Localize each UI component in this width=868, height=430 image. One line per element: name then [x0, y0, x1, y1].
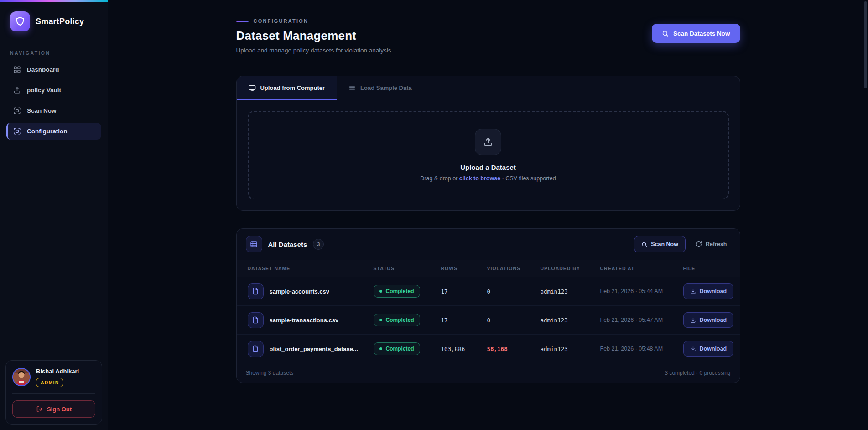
file-icon	[248, 341, 264, 357]
sidebar-item-label: Scan Now	[27, 107, 57, 114]
violations-count: 0	[487, 288, 541, 295]
monitor-icon	[249, 84, 256, 92]
dropzone-hint: Drag & drop or click to browse · CSV fil…	[420, 175, 556, 182]
tab-label: Load Sample Data	[360, 84, 412, 91]
search-icon	[641, 241, 647, 247]
violations-count: 0	[487, 317, 541, 324]
divider	[12, 393, 95, 394]
scan-now-label: Scan Now	[651, 241, 678, 247]
logout-icon	[36, 406, 43, 413]
dataset-name: sample-accounts.csv	[270, 288, 330, 295]
scan-now-button[interactable]: Scan Now	[634, 236, 686, 252]
click-to-browse-link[interactable]: click to browse	[459, 175, 500, 182]
status-dot-icon	[379, 347, 382, 350]
column-header: ROWS	[441, 266, 487, 271]
eyebrow-label: CONFIGURATION	[254, 18, 309, 24]
sign-out-label: Sign Out	[47, 406, 72, 413]
footer-summary-right: 3 completed · 0 processing	[665, 370, 730, 376]
role-badge: ADMIN	[36, 378, 63, 387]
upload-icon-box	[475, 129, 501, 155]
shield-logo-icon	[10, 11, 30, 31]
column-header: VIOLATIONS	[487, 266, 541, 271]
column-header: STATUS	[374, 266, 441, 271]
status-dot-icon	[379, 319, 382, 321]
created-at: Feb 21, 2026 · 05:47 AM	[600, 317, 683, 323]
dataset-count-badge: 3	[313, 239, 324, 250]
main-content: CONFIGURATION Dataset Management Upload …	[108, 0, 868, 430]
brand-name: SmartPolicy	[36, 17, 84, 26]
file-icon	[248, 312, 264, 328]
sidebar-item-dashboard[interactable]: Dashboard	[6, 61, 101, 78]
sidebar-item-label: policy Vault	[27, 87, 61, 94]
rows-count: 103,886	[441, 346, 487, 352]
brand-logo-row[interactable]: SmartPolicy	[0, 2, 108, 42]
column-header: FILE	[683, 266, 729, 271]
table-row: olist_order_payments_datase... Completed…	[237, 335, 740, 363]
sidebar-item-label: Dashboard	[27, 66, 59, 73]
scan-icon	[13, 107, 21, 115]
dataset-name: sample-transactions.csv	[270, 317, 339, 324]
user-card: Bishal Adhikari ADMIN Sign Out	[5, 360, 102, 425]
table-icon	[246, 236, 262, 252]
download-icon	[690, 346, 696, 352]
file-dropzone[interactable]: Upload a Dataset Drag & drop or click to…	[248, 111, 729, 199]
sidebar-item-label: Configuration	[27, 128, 67, 135]
uploaded-by: admin123	[541, 317, 600, 324]
rows-count: 17	[441, 288, 487, 295]
tab-label: Upload from Computer	[260, 84, 325, 91]
column-header: CREATED AT	[600, 266, 683, 271]
created-at: Feb 21, 2026 · 05:48 AM	[600, 346, 683, 352]
created-at: Feb 21, 2026 · 05:44 AM	[600, 288, 683, 294]
column-header: UPLOADED BY	[541, 266, 600, 271]
table-row: sample-accounts.csv Completed 17 0 admin…	[237, 277, 740, 306]
status-badge: Completed	[374, 314, 420, 326]
dataset-name: olist_order_payments_datase...	[270, 346, 358, 352]
upload-tab-bar: Upload from Computer Load Sample Data	[237, 76, 740, 100]
download-icon	[690, 317, 696, 323]
download-icon	[690, 288, 696, 294]
tab-upload-from-computer[interactable]: Upload from Computer	[237, 76, 337, 100]
table-row: sample-transactions.csv Completed 17 0 a…	[237, 306, 740, 335]
table-footer: Showing 3 datasets 3 completed · 0 proce…	[237, 363, 740, 383]
datasets-title: All Datasets	[268, 241, 307, 248]
scan-frame-icon	[13, 127, 21, 135]
refresh-icon	[696, 241, 702, 247]
avatar	[12, 368, 31, 386]
table-header: DATASET NAME STATUS ROWS VIOLATIONS UPLO…	[237, 260, 740, 277]
scan-datasets-now-label: Scan Datasets Now	[673, 30, 730, 37]
dashboard-grid-icon	[13, 66, 21, 73]
scan-datasets-now-button[interactable]: Scan Datasets Now	[652, 24, 740, 43]
search-icon	[662, 30, 669, 37]
rows-stack-icon	[348, 84, 356, 92]
user-name: Bishal Adhikari	[36, 368, 79, 375]
sidebar-item-configuration[interactable]: Configuration	[6, 123, 101, 140]
sign-out-button[interactable]: Sign Out	[12, 400, 95, 418]
refresh-button[interactable]: Refresh	[692, 236, 731, 252]
file-icon	[248, 283, 264, 299]
sidebar: SmartPolicy NAVIGATION Dashboard policy …	[0, 0, 108, 430]
upload-card: Upload from Computer Load Sample Data	[236, 76, 740, 211]
sidebar-item-policy-vault[interactable]: policy Vault	[6, 82, 101, 99]
sidebar-nav: NAVIGATION Dashboard policy Vault	[0, 42, 108, 143]
sidebar-item-scan-now[interactable]: Scan Now	[6, 102, 101, 119]
nav-section-label: NAVIGATION	[6, 50, 101, 61]
status-badge: Completed	[374, 285, 420, 298]
uploaded-by: admin123	[541, 346, 600, 352]
download-button[interactable]: Download	[683, 312, 734, 328]
rows-count: 17	[441, 317, 487, 324]
column-header: DATASET NAME	[248, 266, 374, 271]
page-title: Dataset Management	[236, 29, 391, 43]
refresh-label: Refresh	[706, 241, 727, 247]
dropzone-title: Upload a Dataset	[460, 163, 516, 171]
upload-icon	[13, 86, 21, 94]
uploaded-by: admin123	[541, 288, 600, 295]
scrollbar-thumb[interactable]	[864, 1, 867, 88]
datasets-card: All Datasets 3 Scan Now	[236, 228, 740, 383]
footer-summary-left: Showing 3 datasets	[246, 370, 294, 376]
download-button[interactable]: Download	[683, 283, 734, 299]
eyebrow-dash	[236, 21, 249, 22]
tab-load-sample-data[interactable]: Load Sample Data	[337, 76, 424, 100]
download-button[interactable]: Download	[683, 341, 734, 357]
page-subtitle: Upload and manage policy datasets for vi…	[236, 47, 391, 54]
page-header: CONFIGURATION Dataset Management Upload …	[236, 18, 740, 54]
